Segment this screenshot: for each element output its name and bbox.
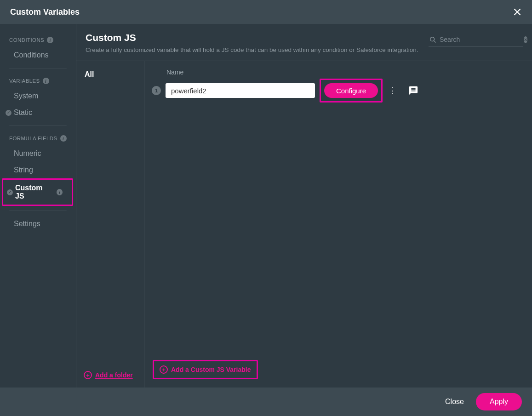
highlight-add-variable: + Add a Custom JS Variable xyxy=(153,360,258,380)
sidebar-section-label: CONDITIONS xyxy=(9,37,44,43)
sidebar-section-label: VARIABLES xyxy=(9,78,40,84)
sidebar-item-settings[interactable]: Settings xyxy=(0,216,76,232)
sidebar-item-label: Static xyxy=(14,108,32,117)
sidebar-item-label: Custom JS xyxy=(15,184,52,200)
sidebar-section-formula-fields: FORMULA FIELDS i xyxy=(0,131,76,145)
divider xyxy=(9,68,67,68)
sidebar-item-string[interactable]: String xyxy=(0,162,76,178)
modal-title: Custom Variables xyxy=(10,7,80,17)
variables-footer: + Add a Custom JS Variable xyxy=(144,354,532,388)
folder-column: All + Add a folder xyxy=(76,61,144,388)
folder-label: All xyxy=(85,70,94,78)
sidebar-section-label: FORMULA FIELDS xyxy=(9,136,57,141)
sidebar-item-label: Settings xyxy=(14,220,40,228)
info-icon[interactable]: i xyxy=(43,78,49,84)
highlight-custom-js: ✓ Custom JS i xyxy=(2,178,73,206)
close-button[interactable]: Close xyxy=(445,398,464,406)
plus-circle-icon: + xyxy=(84,371,92,379)
sidebar-item-label: Conditions xyxy=(14,51,49,59)
variable-row: 1 Configure ⋮ xyxy=(152,79,523,103)
add-folder-button[interactable]: + Add a folder xyxy=(84,371,133,379)
folder-list: All xyxy=(76,61,144,365)
check-icon: ✓ xyxy=(7,189,13,195)
sidebar-section-conditions: CONDITIONS i xyxy=(0,32,76,47)
divider xyxy=(9,211,67,211)
add-variable-label: Add a Custom JS Variable xyxy=(171,366,251,373)
search-field[interactable]: ✕ xyxy=(429,34,523,46)
main-header-text: Custom JS Create a fully customized vari… xyxy=(86,32,418,53)
sidebar-item-system[interactable]: System xyxy=(0,88,76,104)
kebab-menu-icon[interactable]: ⋮ xyxy=(387,86,397,95)
folder-item-all[interactable]: All xyxy=(85,70,136,79)
main-panel: Custom JS Create a fully customized vari… xyxy=(76,24,532,388)
page-subtitle: Create a fully customized variable that … xyxy=(86,46,418,53)
name-column-header: Name xyxy=(166,68,523,76)
apply-button[interactable]: Apply xyxy=(476,393,522,410)
highlight-configure: Configure xyxy=(320,79,383,103)
row-index-badge: 1 xyxy=(152,86,161,95)
sidebar-section-variables: VARIABLES i xyxy=(0,73,76,88)
modal-body: CONDITIONS i Conditions VARIABLES i Syst… xyxy=(0,24,532,388)
info-icon[interactable]: i xyxy=(47,37,53,43)
search-icon xyxy=(429,36,436,43)
check-icon: ✓ xyxy=(6,110,11,116)
modal-footer: Close Apply xyxy=(0,388,532,416)
plus-circle-icon: + xyxy=(160,365,168,374)
info-icon[interactable]: i xyxy=(60,135,67,142)
clear-search-icon[interactable]: ✕ xyxy=(524,36,527,43)
variables-column: Name 1 Configure ⋮ xyxy=(144,61,532,388)
sidebar-item-static[interactable]: ✓ Static xyxy=(0,104,76,121)
content-row: All + Add a folder Name 1 xyxy=(76,61,532,388)
sidebar-item-label: String xyxy=(14,166,33,174)
main-header: Custom JS Create a fully customized vari… xyxy=(76,24,532,61)
sidebar-item-custom-js[interactable]: ✓ Custom JS i xyxy=(3,182,72,203)
sidebar-item-conditions[interactable]: Conditions xyxy=(0,47,76,63)
comment-icon[interactable] xyxy=(408,85,418,96)
sidebar: CONDITIONS i Conditions VARIABLES i Syst… xyxy=(0,24,76,388)
add-folder-label: Add a folder xyxy=(95,371,133,379)
divider xyxy=(9,125,67,126)
sidebar-item-label: Numeric xyxy=(14,149,41,158)
configure-button[interactable]: Configure xyxy=(324,83,378,98)
sidebar-item-label: System xyxy=(14,92,38,100)
custom-variables-modal: Custom Variables CONDITIONS i Conditions… xyxy=(0,0,532,416)
add-variable-button[interactable]: + Add a Custom JS Variable xyxy=(160,365,251,374)
search-input[interactable] xyxy=(440,36,520,43)
sidebar-item-numeric[interactable]: Numeric xyxy=(0,145,76,162)
folder-footer: + Add a folder xyxy=(76,365,144,388)
page-title: Custom JS xyxy=(86,32,418,43)
info-icon[interactable]: i xyxy=(57,189,63,195)
variables-body: Name 1 Configure ⋮ xyxy=(144,61,532,354)
variable-name-input[interactable] xyxy=(166,83,315,98)
close-icon[interactable] xyxy=(511,6,524,18)
titlebar: Custom Variables xyxy=(0,0,532,24)
